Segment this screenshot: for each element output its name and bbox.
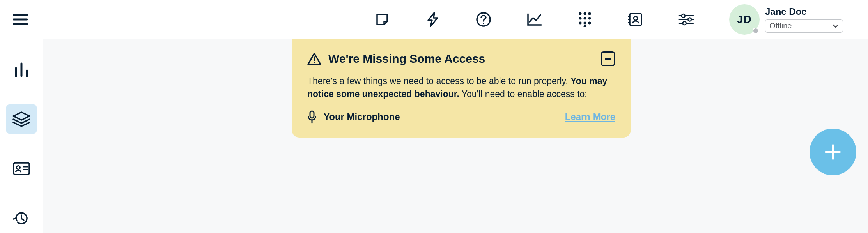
access-microphone-label: Your Microphone xyxy=(324,111,400,122)
user-meta: Jane Doe Offline xyxy=(765,6,843,33)
id-card-icon xyxy=(12,162,30,176)
notice-title: We're Missing Some Access xyxy=(328,52,485,65)
chart-line-icon xyxy=(526,12,542,26)
learn-more-link[interactable]: Learn More xyxy=(565,111,615,122)
svg-point-19 xyxy=(314,62,315,63)
notice-header: We're Missing Some Access xyxy=(307,51,615,66)
notice-body: There's a few things we need to access t… xyxy=(307,75,615,100)
bolt-button[interactable] xyxy=(425,12,441,27)
contacts-icon xyxy=(628,12,643,27)
status-select[interactable]: Offline xyxy=(765,19,843,33)
sidebar-item-history[interactable] xyxy=(6,203,37,233)
app-header: JD Jane Doe Offline xyxy=(0,0,868,39)
add-fab[interactable] xyxy=(810,129,856,175)
note-icon xyxy=(375,12,390,27)
svg-point-16 xyxy=(683,21,686,25)
sidebar-item-analytics[interactable] xyxy=(6,55,37,85)
notice-body-part1: There's a few things we need to access t… xyxy=(307,76,570,86)
svg-point-8 xyxy=(579,21,582,24)
svg-rect-17 xyxy=(14,163,29,175)
help-icon xyxy=(476,12,491,27)
minus-icon xyxy=(605,58,611,60)
contacts-button[interactable] xyxy=(628,12,643,27)
help-button[interactable] xyxy=(476,12,491,27)
main-content: We're Missing Some Access There's a few … xyxy=(43,39,868,233)
history-icon xyxy=(13,210,30,227)
chevron-down-icon xyxy=(833,24,839,28)
note-button[interactable] xyxy=(374,12,390,27)
svg-point-1 xyxy=(483,23,484,24)
svg-rect-20 xyxy=(310,111,314,118)
dialpad-button[interactable] xyxy=(577,12,593,27)
svg-point-6 xyxy=(584,17,586,19)
svg-rect-12 xyxy=(630,14,641,25)
hamburger-icon xyxy=(13,14,28,25)
svg-point-18 xyxy=(17,166,20,169)
settings-sliders-icon xyxy=(678,12,694,26)
svg-point-10 xyxy=(588,21,591,24)
warning-triangle-icon xyxy=(307,52,321,65)
svg-point-11 xyxy=(584,25,586,27)
presence-dot-offline xyxy=(753,28,759,34)
plus-icon xyxy=(823,142,843,162)
svg-point-9 xyxy=(584,21,586,24)
sidebar xyxy=(0,39,43,233)
bars-chart-icon xyxy=(13,61,30,78)
access-row-microphone: Your Microphone Learn More xyxy=(307,110,615,124)
svg-point-14 xyxy=(682,14,685,18)
user-menu: JD Jane Doe Offline xyxy=(729,4,852,35)
status-select-value: Offline xyxy=(769,21,792,30)
header-icon-group: JD Jane Doe Offline xyxy=(374,4,868,35)
hamburger-menu-button[interactable] xyxy=(11,10,30,29)
avatar-wrap[interactable]: JD xyxy=(729,4,760,35)
svg-point-5 xyxy=(579,17,582,19)
bolt-icon xyxy=(426,12,440,27)
sidebar-item-layers[interactable] xyxy=(6,104,37,134)
svg-point-7 xyxy=(588,17,591,19)
user-name: Jane Doe xyxy=(765,6,843,17)
dialpad-icon xyxy=(578,12,592,27)
chart-line-button[interactable] xyxy=(526,12,542,27)
svg-point-15 xyxy=(688,18,691,21)
svg-point-2 xyxy=(579,12,582,15)
svg-point-3 xyxy=(584,12,586,15)
svg-point-4 xyxy=(588,12,591,15)
access-notice: We're Missing Some Access There's a few … xyxy=(292,39,631,138)
settings-sliders-button[interactable] xyxy=(678,12,694,27)
sidebar-item-idcard[interactable] xyxy=(6,154,37,184)
svg-point-13 xyxy=(634,16,638,20)
notice-body-part2: You'll need to enable access to: xyxy=(459,89,587,99)
collapse-notice-button[interactable] xyxy=(601,51,615,66)
layers-icon xyxy=(12,111,30,127)
microphone-icon xyxy=(307,110,317,124)
